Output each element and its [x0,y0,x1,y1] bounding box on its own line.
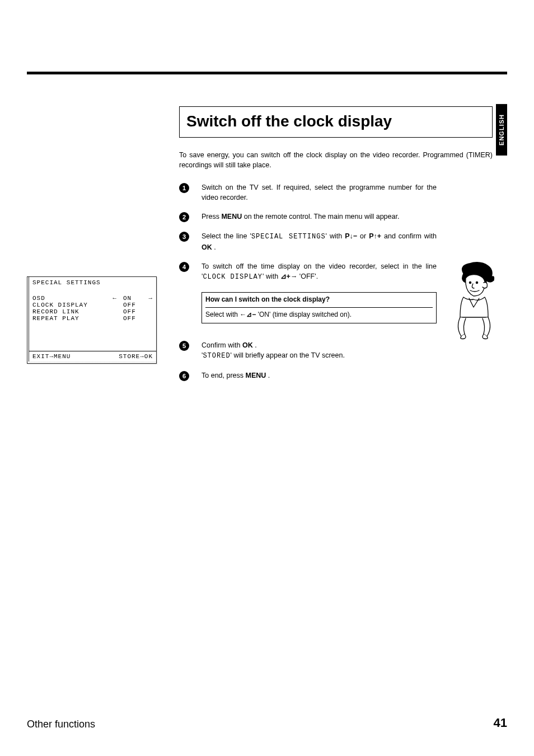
osd-row-label: RECORD LINK [32,308,106,315]
osd-row: REPEAT PLAY OFF [32,315,153,322]
arrow-left-icon: ← [111,295,118,302]
text-fragment: . [266,372,270,379]
text-fragment: . [212,243,216,251]
section-title-box: Switch off the clock display [179,106,493,138]
osd-row: CLOCK DISPLAY OFF [32,302,153,308]
arrow-right-icon [146,315,153,322]
step-text: Confirm with OK . 'STORED' will briefly … [202,340,437,361]
osd-row-value: OFF [123,308,141,315]
up-plus-icon: ↑+ [373,231,381,241]
osd-row-value: OFF [123,302,141,308]
osd-store-hint: STORE→OK [119,353,153,360]
text-fragment: To end, press [202,372,246,379]
text-fragment: . [253,341,257,349]
step-text: Switch on the TV set. If required, selec… [202,182,437,203]
menu-button-label: MENU [246,372,266,379]
down-minus-icon: ↓− [350,231,358,241]
p-down-button: P [345,232,349,240]
left-minus-icon: ←⊿− [240,310,256,320]
p-up-button: P [369,232,373,240]
step-2: 2 Press MENU on the remote control. The … [179,212,437,222]
svg-point-0 [469,281,471,283]
menu-line-name: SPECIAL SETTINGS [251,233,326,241]
step-number-badge: 4 [179,261,202,323]
ok-button-label: OK [242,341,253,349]
language-tab: ENGLISH [496,104,507,156]
step-3: 3 Select the line 'SPECIAL SETTINGS' wit… [179,231,437,252]
text-fragment: ' with [263,273,280,280]
step-number-badge: 2 [179,212,202,222]
step-text: To switch off the time display on the vi… [202,261,437,323]
osd-footer: EXIT→MENU STORE→OK [32,353,153,360]
menu-line-name: CLOCK DISPLAY [203,273,263,281]
osd-row-label: OSD [32,295,106,302]
text-fragment: on the remote control. The main menu wil… [242,213,399,220]
osd-row-value: OFF [123,315,141,322]
arrow-right-icon [146,308,153,315]
right-plus-icon: ⊿+→ [280,271,298,281]
step-text: To end, press MENU . [202,370,437,381]
faq-answer: Select with ←⊿− 'ON' (time display switc… [205,310,433,320]
arrow-right-icon [146,302,153,308]
ok-button-label: OK [202,243,212,251]
text-fragment: Press [202,213,221,220]
page-number: 41 [494,716,507,730]
text-fragment: and confirm with [381,232,437,240]
text-fragment: ' with [326,232,345,240]
text-fragment: Select the line ' [202,232,251,240]
step-number-badge: 1 [179,182,202,203]
step-1: 1 Switch on the TV set. If required, sel… [179,182,437,203]
text-fragment: or [357,232,369,240]
faq-question: How can I switch on the clock display? [205,295,433,307]
menu-button-label: MENU [221,213,242,220]
step-5: 5 Confirm with OK . 'STORED' will briefl… [179,340,437,361]
step-text: Press MENU on the remote control. The ma… [202,212,437,222]
step-text: Select the line 'SPECIAL SETTINGS' with … [202,231,437,252]
osd-row-label: REPEAT PLAY [32,315,106,322]
step-number-badge: 6 [179,370,202,381]
osd-row-label: CLOCK DISPLAY [32,302,106,308]
step-4: 4 To switch off the time display on the … [179,261,437,323]
text-fragment: 'ON' (time display switched on). [256,311,352,318]
osd-row-value: ON [123,295,141,302]
text-fragment: Confirm with [202,341,242,349]
step-number-badge: 5 [179,340,202,361]
osd-menu-title: SPECIAL SETTINGS [32,279,153,286]
arrow-left-icon [111,308,118,315]
steps-list: 1 Switch on the TV set. If required, sel… [179,182,437,390]
intro-paragraph: To save energy, you can switch off the c… [179,150,493,170]
text-fragment: ' will briefly appear on the TV screen. [231,351,345,359]
step-6: 6 To end, press MENU . [179,370,437,381]
footer-section-title: Other functions [27,719,95,730]
page-top-rule [27,72,507,74]
faq-note-box: How can I switch on the clock display? S… [202,292,437,323]
osd-screen-mock: SPECIAL SETTINGS OSD ← ON → CLOCK DISPLA… [27,276,157,364]
svg-point-1 [476,281,477,283]
osd-row: OSD ← ON → [32,295,153,302]
stored-label: STORED [203,352,230,360]
osd-row: RECORD LINK OFF [32,308,153,315]
arrow-right-icon: → [146,295,153,302]
text-fragment: Select with [205,311,240,318]
step-number-badge: 3 [179,231,202,252]
arrow-left-icon [111,302,118,308]
text-fragment: 'OFF'. [297,273,318,280]
osd-exit-hint: EXIT→MENU [32,353,71,360]
help-character-illustration [452,261,496,340]
arrow-left-icon [111,315,118,322]
section-title: Switch off the clock display [186,112,485,130]
